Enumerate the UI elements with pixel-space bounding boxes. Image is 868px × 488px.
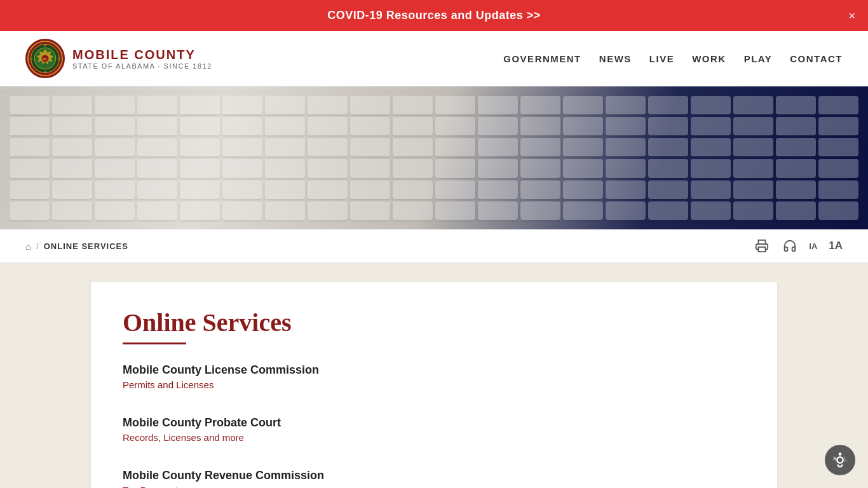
logo-link[interactable]: MC ★ ★ ★ ★ MOBILE COUNTY STATE OF ALABAM… (25, 39, 212, 78)
service-title-probate: Mobile County Probate Court (123, 416, 745, 430)
heading-underline (123, 342, 186, 344)
breadcrumb: ⌂ / ONLINE SERVICES (25, 241, 128, 252)
logo-subtitle: STATE OF ALABAMA · SINCE 1812 (72, 62, 212, 70)
covid-banner: COVID-19 Resources and Updates >> × (0, 0, 868, 31)
service-link-records[interactable]: Records, Licenses and more (123, 432, 244, 443)
covid-close-button[interactable]: × (848, 9, 855, 22)
nav-live[interactable]: LIVE (649, 53, 674, 64)
service-item-probate-court: Mobile County Probate Court Records, Lic… (123, 416, 745, 450)
accessibility-button[interactable] (825, 445, 855, 475)
hearing-accessibility-icon[interactable] (781, 237, 799, 255)
home-icon[interactable]: ⌂ (25, 241, 31, 252)
content-card: Online Services Mobile County License Co… (91, 282, 777, 488)
breadcrumb-current: ONLINE SERVICES (44, 241, 128, 251)
page-wrapper: Online Services Mobile County License Co… (0, 263, 868, 488)
site-header: MC ★ ★ ★ ★ MOBILE COUNTY STATE OF ALABAM… (0, 31, 868, 86)
svg-point-10 (839, 452, 842, 456)
page-title: Online Services (123, 308, 745, 337)
service-title-revenue: Mobile County Revenue Commission (123, 469, 745, 482)
nav-news[interactable]: NEWS (599, 53, 632, 64)
nav-government[interactable]: GOVERNMENT (503, 53, 581, 64)
breadcrumb-separator: / (36, 241, 39, 251)
logo-title: MOBILE COUNTY (72, 48, 212, 62)
service-item-revenue-commission: Mobile County Revenue Commission Tax Pay… (123, 469, 745, 488)
nav-play[interactable]: PLAY (744, 53, 773, 64)
nav-contact[interactable]: CONTACT (790, 53, 843, 64)
accessibility-tools: IA 1A (753, 237, 843, 255)
logo-emblem: MC ★ ★ ★ ★ (25, 39, 65, 78)
svg-text:★: ★ (57, 58, 60, 60)
service-item-license-commission: Mobile County License Commission Permits… (123, 363, 745, 397)
print-icon[interactable] (753, 237, 771, 255)
keyboard-background (0, 86, 868, 229)
service-title-license: Mobile County License Commission (123, 363, 745, 377)
key-overlay (0, 86, 868, 229)
breadcrumb-bar: ⌂ / ONLINE SERVICES IA 1A (0, 229, 868, 263)
logo-text-area: MOBILE COUNTY STATE OF ALABAMA · SINCE 1… (72, 48, 212, 70)
main-navigation: GOVERNMENT NEWS LIVE WORK PLAY CONTACT (503, 53, 843, 64)
svg-text:★: ★ (31, 58, 33, 60)
service-link-permits[interactable]: Permits and Licenses (123, 379, 214, 390)
nav-work[interactable]: WORK (692, 53, 726, 64)
service-link-tax[interactable]: Tax Payments (123, 485, 182, 488)
hero-image (0, 86, 868, 229)
decrease-font-button[interactable]: IA (809, 241, 817, 251)
increase-font-button[interactable]: 1A (829, 240, 843, 252)
svg-rect-9 (759, 247, 766, 252)
svg-text:MC: MC (43, 58, 48, 61)
covid-banner-text[interactable]: COVID-19 Resources and Updates >> (327, 9, 541, 22)
